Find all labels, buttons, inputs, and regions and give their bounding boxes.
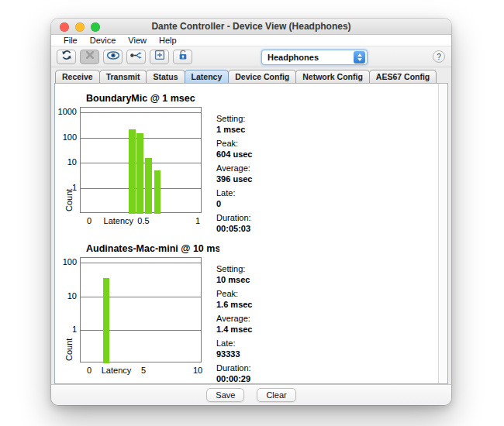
gridline	[81, 112, 201, 113]
chart-title: BoundaryMic @ 1 msec	[86, 93, 219, 104]
bottom-bar: Save Clear	[51, 384, 451, 405]
zoom-button[interactable]	[91, 22, 100, 32]
gridline	[81, 297, 201, 297]
menu-bar: FileDeviceViewHelp	[51, 35, 451, 46]
multicast-icon	[129, 50, 143, 64]
tab-status[interactable]: Status	[146, 70, 185, 83]
lock-button[interactable]	[173, 50, 192, 64]
tab-aes67-config[interactable]: AES67 Config	[369, 70, 437, 83]
stat-value: 00:00:29	[216, 374, 302, 385]
stat-label: Average:	[216, 163, 302, 174]
y-tick-label: 1000	[55, 107, 77, 116]
y-tick-label: 10	[55, 291, 77, 301]
x-tick-label: 10	[193, 366, 202, 375]
device-select[interactable]: Headphones	[261, 50, 368, 65]
dropdown-stepper-icon	[354, 51, 365, 64]
latency-chart-1: Audinates-Mac-mini @ 10 msec1101000Laten…	[55, 243, 447, 384]
stat-value: 1.6 msec	[216, 300, 302, 311]
window-title: Dante Controller - Device View (Headphon…	[151, 21, 350, 32]
y-axis-label: Count	[64, 189, 74, 211]
stat-value: 0	[216, 199, 302, 210]
stat-value: 396 usec	[216, 174, 302, 185]
latency-chart-0: BoundaryMic @ 1 msec11010010000Latency0.…	[55, 93, 447, 243]
stat-label: Duration:	[216, 363, 302, 374]
tab-bar: ReceiveTransmitStatusLatencyDevice Confi…	[51, 67, 451, 83]
stat-value: 93333	[216, 349, 302, 360]
x-tick-label: 5	[141, 366, 146, 375]
help-button[interactable]: ?	[433, 50, 445, 63]
histogram-bar	[136, 133, 143, 214]
stat-value: 604 usec	[216, 149, 302, 160]
stat-label: Peak:	[216, 139, 302, 149]
x-tick-label: 0	[87, 366, 91, 375]
identify-eye-button[interactable]	[103, 50, 123, 64]
stat-label: Setting:	[216, 264, 302, 275]
toolbar: Headphones ?	[51, 46, 451, 67]
histogram-bar	[103, 278, 109, 363]
traffic-lights	[60, 22, 100, 32]
latency-tab-panel: BoundaryMic @ 1 msec11010010000Latency0.…	[54, 83, 448, 384]
x-tick-label: 0	[87, 216, 91, 225]
menu-device[interactable]: Device	[84, 36, 123, 45]
histogram-bar	[154, 170, 161, 214]
refresh-icon	[60, 49, 73, 64]
device-view-window: Dante Controller - Device View (Headphon…	[51, 19, 451, 405]
identify-eye-icon	[106, 50, 120, 64]
stat-label: Peak:	[216, 289, 302, 300]
x-tick-label: 1	[195, 216, 200, 225]
latency-stats: Setting:10 msecPeak:1.6 msecAverage:1.4 …	[216, 264, 302, 384]
stat-value: 1.4 msec	[216, 325, 302, 335]
x-axis-label: Latency	[102, 366, 132, 375]
stat-label: Late:	[216, 338, 302, 349]
y-tick-label: 100	[55, 132, 77, 142]
stat-label: Average:	[216, 314, 302, 325]
save-button[interactable]: Save	[206, 388, 244, 402]
tab-receive[interactable]: Receive	[55, 70, 100, 83]
config-disabled-icon	[84, 49, 96, 64]
plot-area	[80, 107, 202, 213]
menu-view[interactable]: View	[122, 36, 153, 45]
chart-title: Audinates-Mac-mini @ 10 msec	[86, 243, 219, 254]
title-bar[interactable]: Dante Controller - Device View (Headphon…	[51, 19, 451, 35]
gridline	[81, 263, 201, 263]
stat-value: 00:05:03	[216, 224, 302, 235]
stat-label: Duration:	[216, 213, 302, 224]
add-flow-icon	[154, 49, 166, 64]
minimize-button[interactable]	[75, 22, 85, 32]
histogram-bar	[129, 129, 135, 214]
x-axis-label: Latency	[104, 216, 134, 225]
add-flow-button[interactable]	[150, 50, 169, 64]
y-tick-label: 10	[55, 157, 77, 167]
tab-transmit[interactable]: Transmit	[99, 70, 147, 83]
gridline	[81, 330, 201, 331]
y-tick-label: 1	[55, 325, 77, 334]
multicast-button[interactable]	[126, 50, 146, 64]
lock-icon	[177, 49, 189, 64]
device-select-value: Headphones	[262, 53, 354, 62]
close-button[interactable]	[60, 22, 69, 32]
clear-button[interactable]: Clear	[257, 388, 295, 402]
latency-stats: Setting:1 msecPeak:604 usecAverage:396 u…	[216, 114, 302, 238]
y-tick-label: 100	[55, 257, 77, 266]
tab-latency[interactable]: Latency	[185, 70, 230, 83]
tab-network-config[interactable]: Network Config	[295, 70, 370, 83]
refresh-button[interactable]	[57, 50, 76, 64]
menu-help[interactable]: Help	[153, 36, 183, 45]
stat-value: 10 msec	[216, 275, 302, 286]
y-axis-label: Count	[64, 338, 74, 361]
config-disabled-button	[80, 50, 99, 64]
tab-device-config[interactable]: Device Config	[228, 70, 296, 83]
stat-value: 1 msec	[216, 125, 302, 136]
plot-area	[80, 257, 202, 362]
histogram-bar	[145, 158, 151, 214]
menu-file[interactable]: File	[57, 36, 84, 45]
x-tick-label: 0.5	[137, 216, 149, 225]
stat-label: Late:	[216, 188, 302, 199]
stat-label: Setting:	[216, 114, 302, 125]
